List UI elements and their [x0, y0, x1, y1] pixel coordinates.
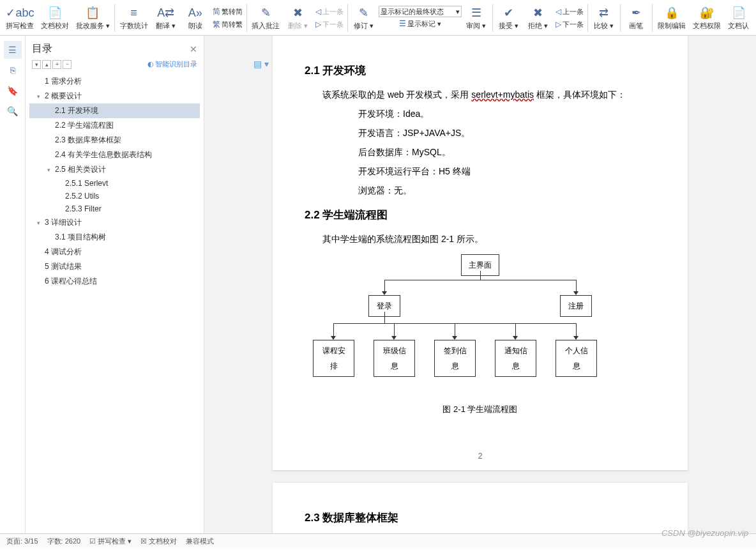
toc-item[interactable]: 2.5.3 Filter	[29, 202, 200, 215]
translate-button[interactable]: A⇄翻译 ▾	[151, 1, 181, 34]
toc-item[interactable]: ▾3 详细设计	[29, 215, 200, 230]
page-2: ▤ ▾ 2.1 开发环境 该系统采取的是 web 开发模式，采用 serlevt…	[273, 36, 688, 470]
insert-comment-button[interactable]: ✎插入批注	[248, 1, 284, 34]
flow-node: 课程安排	[313, 340, 354, 377]
flow-node: 个人信息	[556, 340, 597, 377]
watermark: CSDN @biyezuopin.vip	[662, 528, 748, 538]
status-proof[interactable]: ☒ 文档校对	[140, 537, 177, 546]
figure-caption: 图 2-1 学生端流程图	[305, 401, 656, 418]
next-change-button[interactable]: ▷下一条	[553, 18, 586, 31]
outline-tab-icon[interactable]: ☰	[4, 41, 22, 59]
read-button[interactable]: A»朗读	[181, 1, 210, 34]
page-number: 2	[273, 448, 688, 464]
spellcheck-button[interactable]: ✓abc拼写检查	[3, 1, 38, 34]
toc-item[interactable]: 3.1 项目结构树	[29, 230, 200, 245]
flowchart: 主界面 登录 注册 课程安排 班级信息 签到信息 通知信息 个人信息	[321, 254, 640, 395]
env-line: 后台数据库：MySQL。	[305, 143, 656, 161]
collapse-icon[interactable]: －	[63, 60, 72, 69]
status-bar: 页面: 3/15 字数: 2620 ☑ 拼写检查 ▾ ☒ 文档校对 兼容模式	[0, 533, 756, 549]
status-spell[interactable]: ☑ 拼写检查 ▾	[89, 537, 132, 546]
show-markup-button[interactable]: ☰显示标记 ▾	[379, 17, 462, 30]
paragraph: 其中学生端的系统流程图如图 2-1 所示。	[305, 230, 656, 248]
env-line: 开发环境：Idea。	[305, 105, 656, 123]
delete-comment-button[interactable]: ✖删除 ▾	[284, 1, 313, 34]
toc-item[interactable]: 1 需求分析	[29, 74, 200, 89]
flow-node: 注册	[560, 295, 592, 317]
page-3: 2.3 数据库整体框架	[273, 483, 688, 533]
accept-button[interactable]: ✔接受 ▾	[494, 1, 524, 34]
markup-combo[interactable]: 显示标记的最终状态▾	[379, 6, 462, 17]
env-line: 开发语言：JSP+JAVA+JS。	[305, 124, 656, 142]
clipboard-tab-icon[interactable]: ⎘	[4, 61, 22, 79]
sidebar-title: 目录	[32, 42, 52, 56]
toc-item[interactable]: 2.4 有关学生信息数据表结构	[29, 148, 200, 162]
toc-item[interactable]: ▾2 概要设计	[29, 89, 200, 103]
paragraph: 该系统采取的是 web 开发模式，采用 serlevt+mybatis 框架，具…	[305, 86, 656, 103]
ink-button[interactable]: ✒画笔	[621, 1, 651, 34]
status-mode: 兼容模式	[186, 537, 214, 546]
review-pane-button[interactable]: ☰审阅 ▾	[462, 1, 491, 34]
compare-button[interactable]: ⇄比较 ▾	[589, 1, 619, 34]
toc-item[interactable]: 2.1 开发环境	[29, 103, 200, 118]
flow-node: 通知信息	[495, 340, 536, 377]
prev-comment-button[interactable]: ◁上一条	[313, 5, 346, 18]
expand-icon[interactable]: ＋	[52, 60, 61, 69]
reject-button[interactable]: ✖拒绝 ▾	[524, 1, 553, 34]
s2t-button[interactable]: 简繁转简	[210, 5, 245, 18]
toc-item[interactable]: 2.3 数据库整体框架	[29, 133, 200, 148]
collapse-all-icon[interactable]: ▾	[32, 60, 41, 69]
search-tab-icon[interactable]: 🔍	[4, 102, 22, 120]
heading-2-3: 2.3 数据库整体框架	[305, 507, 656, 529]
toc-item[interactable]: 2.2 学生端流程图	[29, 118, 200, 133]
ribbon-toolbar: ✓abc拼写检查 📄文档校对 📋批改服务 ▾ ≡字数统计 A⇄翻译 ▾ A»朗读…	[0, 0, 756, 36]
docauth-button[interactable]: 📄文档认	[724, 1, 753, 34]
bookmark-tab-icon[interactable]: 🔖	[4, 82, 22, 100]
close-icon[interactable]: ✕	[190, 44, 197, 54]
main-area: ☰ ⎘ 🔖 🔍 目录 ✕ ▾ ▴ ＋ － ◐智能识别目录 1 需求分析▾2 概要…	[0, 36, 756, 533]
prev-change-button[interactable]: ◁上一条	[553, 5, 586, 18]
review-service-button[interactable]: 📋批改服务 ▾	[73, 1, 114, 34]
document-area[interactable]: ▤ ▾ 2.1 开发环境 该系统采取的是 web 开发模式，采用 serlevt…	[204, 36, 756, 533]
env-line: 浏览器：无。	[305, 181, 656, 199]
smart-toc-button[interactable]: ◐智能识别目录	[147, 59, 197, 69]
flow-node: 班级信息	[374, 340, 415, 377]
status-page[interactable]: 页面: 3/15	[6, 537, 38, 546]
toc-item[interactable]: 4 调试分析	[29, 245, 200, 259]
heading-2-1: 2.1 开发环境	[305, 60, 656, 82]
toc-item[interactable]: 5 测试结果	[29, 259, 200, 274]
toc-item[interactable]: ▾2.5 相关类设计	[29, 162, 200, 177]
docperm-button[interactable]: 🔐文档权限	[689, 1, 724, 34]
env-line: 开发环境运行平台：H5 终端	[305, 162, 656, 180]
doccheck-button[interactable]: 📄文档校对	[38, 1, 73, 34]
wordcount-button[interactable]: ≡字数统计	[116, 1, 151, 34]
toc-item[interactable]: 6 课程心得总结	[29, 274, 200, 289]
toc-list: 1 需求分析▾2 概要设计2.1 开发环境2.2 学生端流程图2.3 数据库整体…	[29, 72, 200, 528]
flow-node: 签到信息	[434, 340, 476, 377]
restrict-button[interactable]: 🔒限制编辑	[654, 1, 689, 34]
track-changes-button[interactable]: ✎修订 ▾	[349, 1, 379, 34]
toc-item[interactable]: 2.5.2 Utils	[29, 190, 200, 202]
heading-2-2: 2.2 学生端流程图	[305, 204, 656, 226]
outline-sidebar: 目录 ✕ ▾ ▴ ＋ － ◐智能识别目录 1 需求分析▾2 概要设计2.1 开发…	[26, 36, 204, 533]
comment-margin-icon[interactable]: ▤ ▾	[253, 55, 269, 73]
expand-all-icon[interactable]: ▴	[42, 60, 51, 69]
left-strip: ☰ ⎘ 🔖 🔍	[0, 36, 26, 533]
toc-item[interactable]: 2.5.1 Serlevt	[29, 177, 200, 190]
status-words[interactable]: 字数: 2620	[47, 537, 81, 546]
t2s-button[interactable]: 繁简转繁	[210, 18, 245, 31]
next-comment-button[interactable]: ▷下一条	[313, 18, 346, 31]
